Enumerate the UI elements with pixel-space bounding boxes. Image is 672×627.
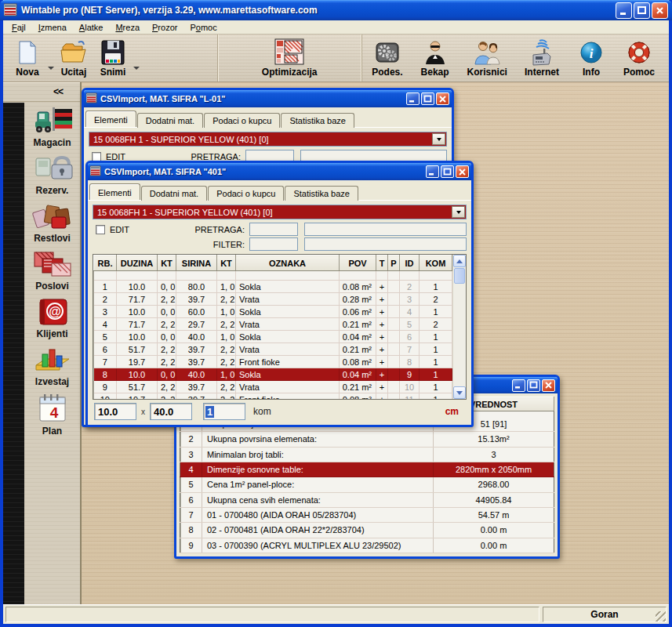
column-header-kt[interactable]: KT (158, 256, 176, 271)
scroll-down-button[interactable] (453, 386, 466, 399)
address-book-icon: @ (34, 297, 71, 328)
menu-prozor[interactable]: Prozor (146, 22, 183, 33)
toolbar-button-internet[interactable]: Internet (520, 37, 564, 79)
sirina-input[interactable] (150, 403, 192, 420)
app-titlebar[interactable]: Wintable pro (NET Server), verzija 3.29,… (0, 0, 672, 20)
table-row[interactable]: 719.72, 239.72, 2Front fioke0.08 m²+81 (94, 356, 452, 368)
two-users-icon-button[interactable]: Korisnici (463, 37, 512, 79)
edit-checkbox[interactable] (96, 225, 105, 234)
table-row[interactable]: 510.00, 040.01, 0Sokla0.04 m²+61 (94, 331, 452, 343)
resize-grip[interactable] (656, 611, 666, 622)
toolbar-button-optimizacija[interactable]: Optimizacija (257, 37, 322, 79)
toolbar-button-snimi[interactable]: Snimi (93, 37, 133, 79)
table-row[interactable]: 1019.72, 239.72, 2Front fioke0.08 m²+111 (94, 393, 452, 400)
menu-fajl[interactable]: Fajl (5, 22, 32, 33)
minimize-button[interactable] (512, 379, 525, 392)
toolbar-button-podes[interactable]: Podes. (367, 37, 407, 79)
menu-izmena[interactable]: Izmena (32, 22, 73, 33)
scrollbar-thumb[interactable] (454, 268, 465, 284)
stats-row[interactable]: 6Ukupna cena svih elemenata:44905.84 (180, 492, 554, 507)
table-row[interactable]: 951.72, 239.72, 2Vrata0.21 m²+101 (94, 381, 452, 393)
table-row[interactable]: 651.72, 239.72, 2Vrata0.21 m²+71 (94, 343, 452, 356)
column-header-p[interactable]: P (388, 256, 400, 271)
edit-checkbox[interactable] (92, 152, 101, 161)
table-row[interactable]: 810.00, 040.01, 0Sokla0.04 m²+91 (94, 368, 452, 381)
stats-row[interactable]: 2Ukupna povrsina elemenata:15.13m² (180, 432, 554, 447)
column-header-t[interactable]: T (376, 256, 388, 271)
close-icon[interactable] (456, 165, 469, 178)
sidebar-item-plan[interactable]: 4 Plan (24, 393, 80, 437)
sidebar-item-poslovi[interactable]: Poslovi (24, 249, 80, 292)
kom-input[interactable]: 1 (203, 403, 245, 420)
menu-alatke[interactable]: Alatke (73, 22, 110, 33)
column-header-oznaka[interactable]: OZNAKA (236, 256, 340, 271)
sidebar-item-rezerv[interactable]: Rezerv. (24, 154, 80, 196)
table-row[interactable]: 271.72, 239.72, 2Vrata0.28 m²+32 (94, 293, 452, 306)
toolbar-button-pomoc[interactable]: Pomoc (619, 37, 659, 79)
combo-dropdown-button[interactable] (452, 206, 465, 218)
csv-window-401[interactable]: CSVImport, MAT. SIFRA "401" ElementiDoda… (85, 161, 474, 427)
sidebar-item-klijenti[interactable]: @ Klijenti (24, 297, 80, 339)
stats-row[interactable]: 3Minimalan broj tabli:3 (180, 447, 554, 462)
column-header-kom[interactable]: KOM (420, 256, 452, 271)
pretraga-input-1[interactable] (249, 223, 298, 236)
stats-row[interactable]: 4Dimenzije osnovne table:2820mm x 2050mm (180, 462, 554, 477)
toolbar-button-info[interactable]: i Info (572, 37, 611, 79)
cutting-layout-icon (274, 38, 305, 66)
csv-window-titlebar[interactable]: CSVImport, MAT. SIFRA "L-01" (84, 90, 452, 107)
combo-dropdown-button[interactable] (432, 133, 445, 145)
csv-window-titlebar[interactable]: CSVImport, MAT. SIFRA "401" (88, 163, 471, 180)
toolbar-button-ucitaj[interactable]: Ucitaj (54, 37, 93, 79)
material-combobox[interactable]: 15 0068FH 1 - SUPERIOR YELLOW (401) [0] (89, 132, 447, 147)
filter-input-1[interactable] (249, 237, 298, 251)
stats-row[interactable]: 802 - 0700481 (AIDA ORAH 22*2/283704)0.0… (180, 523, 554, 538)
close-icon[interactable] (542, 379, 555, 392)
maximize-button[interactable] (634, 2, 650, 19)
tab-elementi[interactable]: Elementi (89, 183, 140, 200)
tab-podaci-o-kupcu[interactable]: Podaci o kupcu (204, 113, 280, 128)
calendar-icon: 4 (35, 393, 70, 426)
column-header-kt[interactable]: KT (217, 256, 236, 271)
snimi-dropdown-arrow-icon[interactable] (133, 64, 140, 79)
tab-podaci-o-kupcu[interactable]: Podaci o kupcu (208, 186, 284, 201)
maximize-button[interactable] (421, 92, 434, 105)
close-icon[interactable] (436, 92, 449, 105)
sidebar-collapse-button[interactable]: << (3, 82, 80, 102)
column-header-rb[interactable]: RB. (94, 256, 117, 271)
material-combobox[interactable]: 15 0068FH 1 - SUPERIOR YELLOW (401) [0] (93, 205, 467, 219)
tab-statistika-baze[interactable]: Statistika baze (285, 186, 358, 201)
minimize-button[interactable] (406, 92, 420, 105)
sidebar-item-restlovi[interactable]: Restlovi (24, 201, 80, 244)
table-row[interactable]: 471.72, 229.72, 2Vrata0.21 m²+52 (94, 318, 452, 331)
tab-statistika-baze[interactable]: Statistika baze (281, 113, 354, 128)
column-header-id[interactable]: ID (400, 256, 420, 271)
scroll-up-button[interactable] (453, 255, 466, 267)
stats-row[interactable]: 5Cena 1m² panel-ploce:2968.00 (180, 477, 554, 492)
filter-input-2[interactable] (304, 237, 467, 251)
maximize-button[interactable] (441, 165, 454, 178)
column-header-pov[interactable]: POV (340, 256, 376, 271)
tab-dodatni-mat-[interactable]: Dodatni mat. (137, 113, 203, 128)
toolbar-button-nova[interactable]: Nova (8, 37, 47, 79)
tab-dodatni-mat-[interactable]: Dodatni mat. (141, 186, 207, 201)
column-header-duzina[interactable]: DUZINA (117, 256, 158, 271)
sidebar-item-magacin[interactable]: Magacin (24, 104, 80, 148)
menu-mreza[interactable]: Mreza (109, 22, 146, 33)
menu-pomoc[interactable]: Pomoc (183, 22, 223, 33)
close-button[interactable] (652, 2, 668, 19)
table-row[interactable]: 110.00, 080.01, 0Sokla0.08 m²+21 (94, 281, 452, 293)
column-header-sirina[interactable]: SIRINA (176, 256, 217, 271)
stats-row[interactable]: 903 - 0700390 (ACRYL MULTIPLEX ALU 23/29… (180, 538, 554, 553)
minimize-button[interactable] (616, 2, 632, 19)
duzina-input[interactable] (94, 403, 136, 420)
vertical-scrollbar[interactable] (452, 255, 466, 399)
tab-elementi[interactable]: Elementi (85, 111, 136, 127)
stats-row[interactable]: 701 - 0700480 (AIDA ORAH 05/283704)54.57… (180, 507, 554, 522)
nova-dropdown-arrow-icon[interactable] (48, 64, 54, 79)
maximize-button[interactable] (527, 379, 540, 392)
toolbar-button-bekap[interactable]: Bekap (416, 37, 455, 79)
table-row[interactable]: 310.00, 060.01, 0Sokla0.06 m²+41 (94, 306, 452, 318)
pretraga-input-2[interactable] (304, 223, 467, 236)
sidebar-item-izvestaj[interactable]: Izvestaj (24, 345, 80, 387)
minimize-button[interactable] (426, 165, 439, 178)
